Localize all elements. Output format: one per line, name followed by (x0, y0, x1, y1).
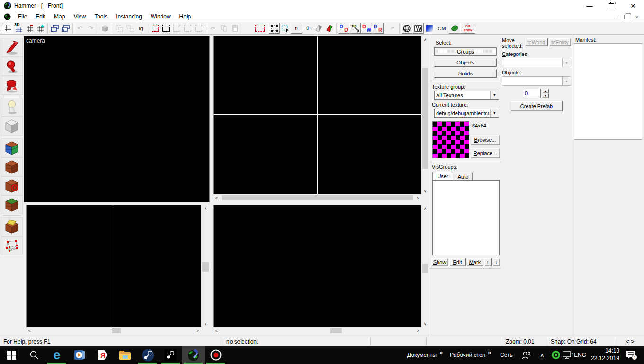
autosize-button[interactable]: ≈ (387, 23, 398, 34)
magnify-tool-button[interactable] (1, 57, 23, 76)
texture-application-tool-button[interactable] (1, 138, 23, 157)
larger-grid-button[interactable] (35, 23, 46, 34)
taskbar-steam-button[interactable] (136, 346, 159, 364)
taskbar-edge-button[interactable]: e (45, 346, 68, 364)
browse-button[interactable]: Browse... (470, 135, 500, 145)
toggle-nodraw-button[interactable]: nodraw (460, 23, 475, 34)
menu-edit[interactable]: Edit (31, 12, 50, 21)
select-mode-button-1[interactable] (171, 23, 182, 34)
to-world-button[interactable]: toWorld (525, 38, 548, 46)
smaller-grid-button[interactable] (24, 23, 35, 34)
visgroups-move-down-button[interactable]: ↓ (492, 258, 500, 266)
combo-arrow-icon[interactable]: ▼ (490, 109, 499, 117)
tray-toolbar-documents[interactable]: Документы (407, 346, 437, 364)
tray-toolbar-desktop[interactable]: Рабочий стол (450, 346, 485, 364)
overlay-tool-button[interactable] (1, 195, 23, 214)
taskbar-search-button[interactable] (23, 346, 45, 364)
undo-button[interactable]: ↶ (74, 23, 85, 34)
taskbar-hammer-button[interactable] (182, 346, 205, 364)
current-texture-combo[interactable]: debug/debugambientcu ▼ (434, 109, 499, 118)
scroll-left-arrow[interactable]: < (213, 327, 220, 334)
v-scrollbar[interactable]: ∧ ∨ (421, 205, 429, 327)
h-scrollbar-thumb[interactable] (112, 328, 121, 333)
categories-combo[interactable]: ▼ (502, 58, 571, 67)
h-scrollbar[interactable]: < > (213, 194, 421, 201)
cm-button[interactable]: CM (435, 23, 449, 34)
tray-toolbar-network[interactable]: Сеть (500, 346, 513, 364)
scroll-down-arrow[interactable]: ∨ (201, 320, 210, 327)
menu-help[interactable]: Help (175, 12, 196, 21)
save-window-state-button[interactable]: S (60, 23, 71, 34)
replace-button[interactable]: Replace... (470, 148, 500, 158)
v-scrollbar-thumb[interactable] (422, 68, 428, 169)
select-mode-button-2[interactable] (182, 23, 193, 34)
visgroups-tab-user[interactable]: User (432, 172, 453, 181)
mdi-restore-button[interactable] (621, 13, 632, 21)
menu-tools[interactable]: Tools (90, 12, 112, 21)
scroll-left-arrow[interactable]: < (26, 327, 33, 334)
copy-button[interactable] (218, 23, 229, 34)
cut-button[interactable]: ✂ (207, 23, 218, 34)
texture-preview[interactable] (432, 121, 469, 158)
ungroup-button[interactable] (125, 23, 135, 34)
toggle-foliage-button[interactable] (449, 23, 460, 34)
menu-map[interactable]: Map (50, 12, 69, 21)
selection-box-toggle-button[interactable] (268, 23, 280, 34)
apply-texture-tool-button[interactable] (1, 157, 23, 176)
entity-tool-button[interactable] (1, 98, 23, 117)
toggle-displacement-mask-button[interactable]: DD (338, 23, 349, 34)
spin-down-button[interactable]: ▼ (542, 93, 549, 98)
visgroups-move-up-button[interactable]: ↑ (484, 258, 492, 266)
flip-horizontal-button[interactable] (313, 23, 324, 34)
viewport-2d-b[interactable] (213, 205, 421, 327)
select-solids-button[interactable]: Solids (434, 69, 497, 78)
mdi-minimize-button[interactable] (611, 13, 621, 21)
group-button[interactable] (114, 23, 125, 34)
decal-tool-button[interactable] (1, 176, 23, 195)
scroll-up-arrow[interactable]: ∧ (421, 36, 429, 43)
visgroups-mark-button[interactable]: Mark (466, 258, 483, 266)
load-window-state-button[interactable]: L (49, 23, 60, 34)
v-scrollbar[interactable]: ∧ ∨ (201, 205, 210, 327)
documents-overflow-chevron[interactable]: » (439, 343, 443, 361)
h-scrollbar[interactable]: < > (213, 327, 421, 334)
tray-network-icon-button[interactable] (563, 346, 573, 364)
combo-arrow-icon[interactable]: ▼ (562, 58, 571, 67)
select-touching-button[interactable] (150, 23, 161, 34)
viewport-2d-a[interactable] (26, 205, 201, 327)
magnify-selection-button[interactable] (280, 23, 291, 34)
menu-instancing[interactable]: Instancing (112, 12, 146, 21)
taskbar-recorder-button[interactable] (205, 346, 227, 364)
carve-button[interactable] (99, 23, 110, 34)
v-scrollbar[interactable]: ∧ ∨ (421, 36, 429, 194)
select-objects-button[interactable]: Objects (434, 58, 497, 67)
visgroups-list[interactable] (432, 180, 500, 255)
show-hidden-icons-button[interactable]: ∧ (540, 346, 545, 364)
action-center-button[interactable]: 1 (625, 346, 637, 364)
h-scrollbar-thumb[interactable] (330, 328, 342, 333)
taskbar-media-player-button[interactable] (68, 346, 91, 364)
scroll-right-arrow[interactable]: > (414, 194, 421, 201)
taskbar-steam-client-button[interactable] (159, 346, 182, 364)
taskbar-people-button[interactable] (521, 346, 531, 364)
block-tool-button[interactable] (1, 117, 23, 136)
texture-group-combo[interactable]: All Textures ▼ (434, 91, 499, 100)
toggle-world-detail-button[interactable]: DW (361, 23, 372, 34)
create-prefab-button[interactable]: Create Prefab (510, 101, 563, 111)
objects-combo[interactable]: ▼ (502, 76, 571, 86)
manifest-list[interactable] (574, 43, 642, 140)
v-scrollbar-thumb[interactable] (202, 262, 209, 272)
scroll-right-arrow[interactable]: > (414, 327, 421, 334)
combo-arrow-icon[interactable]: ▼ (490, 91, 499, 99)
texture-lock-button[interactable]: tl (291, 23, 302, 34)
menu-window[interactable]: Window (146, 12, 175, 21)
h-scrollbar-thumb[interactable] (222, 195, 413, 200)
menu-view[interactable]: View (69, 12, 90, 21)
scroll-down-arrow[interactable]: ∨ (421, 320, 429, 327)
taskbar-yandex-button[interactable]: Я (91, 346, 114, 364)
texture-scale-lock-button[interactable]: ←tl→ (302, 23, 313, 34)
minimize-button[interactable]: — (579, 0, 600, 11)
tray-clock[interactable]: 14:19 22.12.2019 (591, 346, 619, 364)
taskbar-explorer-button[interactable] (114, 346, 136, 364)
selection-tool-button[interactable] (1, 38, 23, 57)
